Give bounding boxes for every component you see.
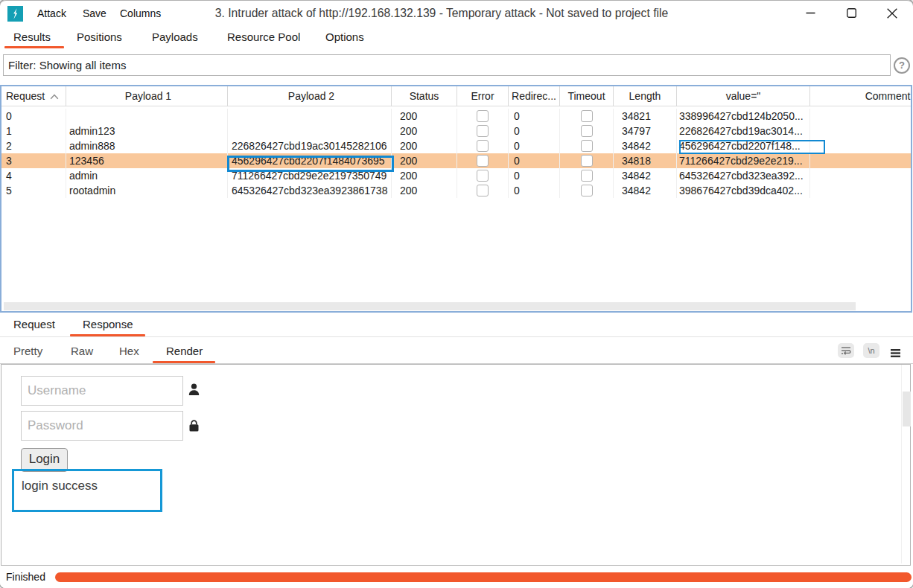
cell-payload1[interactable] (66, 109, 228, 124)
cell-payload1[interactable]: admin123 (66, 124, 228, 138)
table-row-4[interactable]: 4admin711266427cbd29e2e21973507492000348… (1, 168, 912, 183)
cell-payload1[interactable]: admin888 (66, 138, 228, 153)
maximize-button[interactable] (833, 1, 871, 25)
cell-payload2[interactable]: 226826427cbd19ac30145282106 (228, 138, 392, 153)
tab-render[interactable]: Render (166, 339, 203, 363)
cell-redirect[interactable]: 0 (509, 109, 560, 124)
cell-comment[interactable] (810, 109, 912, 124)
cell-redirect[interactable]: 0 (509, 138, 560, 153)
cell-status[interactable]: 200 (392, 124, 457, 138)
cell-request[interactable]: 2 (1, 138, 66, 153)
cell-request[interactable]: 4 (1, 168, 66, 183)
cell-length[interactable]: 34797 (614, 124, 677, 138)
tab-hex[interactable]: Hex (119, 339, 139, 363)
cell-payload2[interactable]: 645326427cbd323ea3923861738 (228, 183, 392, 198)
cell-status[interactable]: 200 (392, 168, 457, 183)
cell-redirect[interactable]: 0 (509, 124, 560, 138)
password-field[interactable] (21, 411, 183, 441)
column-header-redirect[interactable]: Redirec... (509, 86, 560, 106)
cell-payload2[interactable] (228, 124, 392, 138)
column-header-error[interactable]: Error (457, 86, 509, 106)
help-icon[interactable]: ? (894, 57, 910, 74)
column-header-length[interactable]: Length (614, 86, 677, 106)
filter-bar[interactable]: Filter: Showing all items (3, 54, 891, 76)
cell-length[interactable]: 34842 (614, 138, 677, 153)
cell-request[interactable]: 0 (1, 109, 66, 124)
cell-value[interactable]: 398676427cbd39dca402... (677, 183, 810, 198)
cell-error[interactable] (457, 183, 509, 198)
cell-status[interactable]: 200 (392, 153, 457, 168)
column-header-status[interactable]: Status (392, 86, 457, 106)
cell-request[interactable]: 5 (1, 183, 66, 198)
cell-value[interactable]: 338996427cbd124b2050... (677, 109, 810, 124)
horizontal-scrollbar[interactable] (1, 302, 911, 310)
cell-length[interactable]: 34842 (614, 168, 677, 183)
column-header-request[interactable]: Request (1, 86, 66, 106)
cell-length[interactable]: 34821 (614, 109, 677, 124)
cell-comment[interactable] (810, 153, 912, 168)
cell-payload1[interactable]: admin (66, 168, 228, 183)
username-field[interactable] (21, 376, 183, 406)
cell-value[interactable]: 711266427cbd29e2e219... (677, 153, 810, 168)
column-header-comment[interactable]: Comment (810, 86, 912, 106)
cell-timeout[interactable] (560, 153, 614, 168)
cell-request[interactable]: 3 (1, 153, 66, 168)
tab-request[interactable]: Request (13, 313, 55, 337)
cell-error[interactable] (457, 138, 509, 153)
horizontal-scrollbar-thumb[interactable] (4, 302, 856, 310)
cell-value[interactable]: 456296427cbd2207f148... (677, 138, 810, 153)
cell-status[interactable]: 200 (392, 138, 457, 153)
table-row-2[interactable]: 2admin888226826427cbd19ac301452821062000… (1, 138, 912, 153)
menu-attack[interactable]: Attack (37, 1, 66, 25)
cell-redirect[interactable]: 0 (509, 183, 560, 198)
cell-length[interactable]: 34818 (614, 153, 677, 168)
cell-timeout[interactable] (560, 109, 614, 124)
table-row-0[interactable]: 0200034821338996427cbd124b2050... (1, 109, 912, 124)
vertical-scrollbar[interactable] (901, 365, 910, 563)
cell-error[interactable] (457, 109, 509, 124)
cell-payload1[interactable]: rootadmin (66, 183, 228, 198)
minimize-button[interactable] (792, 1, 830, 25)
cell-timeout[interactable] (560, 168, 614, 183)
close-button[interactable] (873, 1, 911, 25)
cell-redirect[interactable]: 0 (509, 168, 560, 183)
table-row-1[interactable]: 1admin123200034797226826427cbd19ac3014..… (1, 124, 912, 138)
cell-status[interactable]: 200 (392, 183, 457, 198)
tab-raw[interactable]: Raw (71, 339, 93, 363)
cell-comment[interactable] (810, 124, 912, 138)
cell-value[interactable]: 645326427cbd323ea392... (677, 168, 810, 183)
tab-resource-pool[interactable]: Resource Pool (227, 25, 300, 49)
cell-payload2[interactable]: 711266427cbd29e2e2197350749 (228, 168, 392, 183)
column-header-timeout[interactable]: Timeout (560, 86, 614, 106)
cell-timeout[interactable] (560, 124, 614, 138)
cell-comment[interactable] (810, 138, 912, 153)
editor-menu-button[interactable] (891, 347, 900, 355)
column-header-payload1[interactable]: Payload 1 (66, 86, 228, 106)
menu-columns[interactable]: Columns (120, 1, 161, 25)
show-newlines-button[interactable]: \n (863, 343, 879, 358)
cell-timeout[interactable] (560, 138, 614, 153)
table-row-5[interactable]: 5rootadmin645326427cbd323ea3923861738200… (1, 183, 912, 198)
cell-payload1[interactable]: 123456 (66, 153, 228, 168)
cell-error[interactable] (457, 124, 509, 138)
cell-length[interactable]: 34842 (614, 183, 677, 198)
cell-comment[interactable] (810, 168, 912, 183)
cell-status[interactable]: 200 (392, 109, 457, 124)
table-row-3[interactable]: 3123456456296427cbd2207f1484073695200034… (1, 153, 912, 168)
cell-value[interactable]: 226826427cbd19ac3014... (677, 124, 810, 138)
column-header-value[interactable]: value=" (677, 86, 810, 106)
cell-error[interactable] (457, 153, 509, 168)
vertical-scrollbar-thumb[interactable] (903, 392, 911, 426)
cell-comment[interactable] (810, 183, 912, 198)
cell-redirect[interactable]: 0 (509, 153, 560, 168)
cell-timeout[interactable] (560, 183, 614, 198)
tab-pretty[interactable]: Pretty (13, 339, 42, 363)
tab-options[interactable]: Options (325, 25, 364, 49)
tab-payloads[interactable]: Payloads (152, 25, 198, 49)
cell-request[interactable]: 1 (1, 124, 66, 138)
cell-payload2[interactable]: 456296427cbd2207f1484073695 (228, 153, 392, 168)
word-wrap-button[interactable] (838, 343, 854, 358)
column-header-payload2[interactable]: Payload 2 (228, 86, 392, 106)
tab-positions[interactable]: Positions (77, 25, 122, 49)
menu-save[interactable]: Save (83, 1, 106, 25)
